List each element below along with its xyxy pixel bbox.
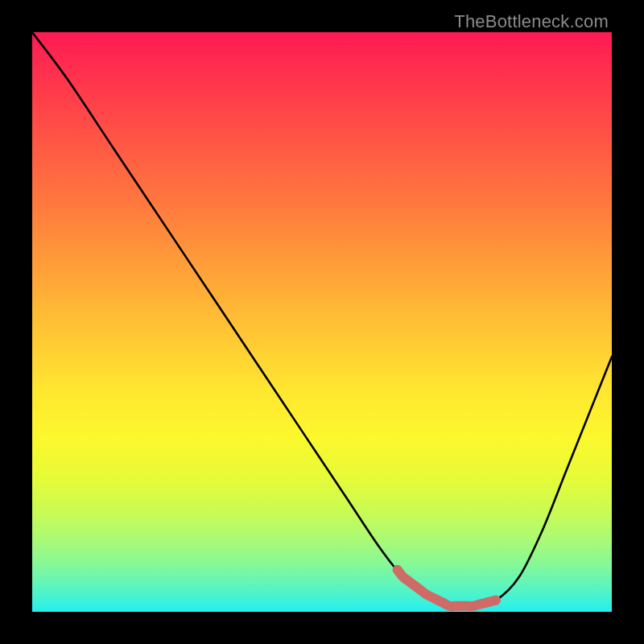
watermark-text: TheBottleneck.com [454,11,609,32]
plot-area [32,32,612,612]
optimal-range-highlight [398,570,496,606]
chart-container: TheBottleneck.com [0,0,644,644]
curve-path [32,32,612,607]
bottleneck-curve [32,32,612,612]
